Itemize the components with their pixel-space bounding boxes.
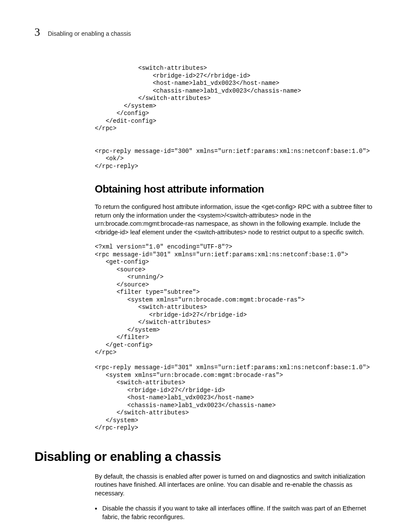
running-title: Disabling or enabling a chassis (48, 30, 131, 37)
bullet-item: • Disable the chassis if you want to tak… (95, 504, 377, 521)
section-heading-disabling: Disabling or enabling a chassis (34, 449, 377, 464)
bullet-text: Disable the chassis if you want to take … (103, 504, 377, 521)
page: 3 Disabling or enabling a chassis <switc… (0, 0, 411, 532)
bullet-icon: • (95, 504, 97, 521)
page-header: 3 Disabling or enabling a chassis (34, 26, 377, 39)
code-block-2: <?xml version="1.0" encoding="UTF-8"?> <… (95, 243, 377, 432)
paragraph-obtaining-desc: To return the configured host attribute … (95, 203, 377, 236)
chapter-number: 3 (34, 26, 40, 39)
section-heading-obtaining: Obtaining host attribute information (95, 183, 377, 195)
paragraph-disabling-desc: By default, the chassis is enabled after… (95, 473, 377, 498)
code-block-1: <switch-attributes> <rbridge-id>27</rbri… (95, 65, 377, 170)
